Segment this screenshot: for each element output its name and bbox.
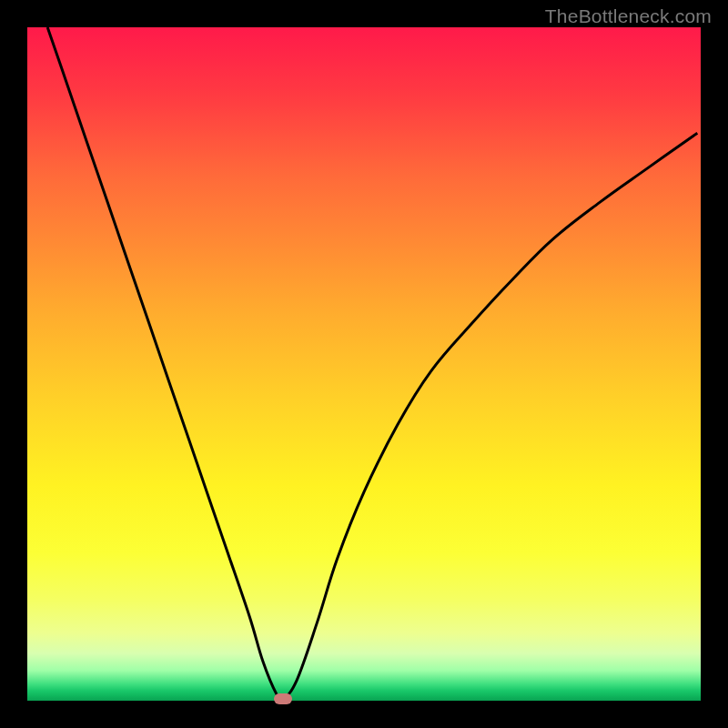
bottleneck-curve [27, 27, 701, 701]
chart-plot-area [27, 27, 701, 701]
watermark-text: TheBottleneck.com [545, 5, 712, 27]
chart-frame: TheBottleneck.com [0, 0, 728, 728]
optimum-marker [274, 693, 292, 704]
